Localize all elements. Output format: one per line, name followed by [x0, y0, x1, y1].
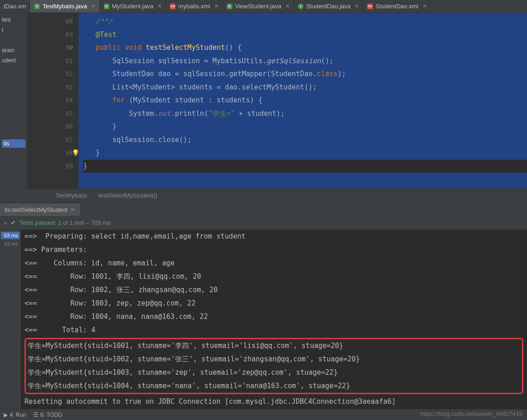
xml-icon: </> [170, 3, 176, 10]
tab-viewstudent[interactable]: C ViewStudent.java ✕ [223, 0, 294, 12]
console-line: ==> Preparing: select id,name,email,age … [24, 230, 523, 243]
console-area: 03 ms 03 ms ==> Preparing: select id,nam… [0, 230, 527, 418]
tab-studentdao-java[interactable]: I StudentDao.java ✕ [294, 0, 363, 12]
time-badge[interactable]: 03 ms [1, 240, 20, 247]
time-badge[interactable]: 03 ms [1, 232, 20, 239]
breadcrumb-method[interactable]: testSelectMyStudent() [98, 192, 157, 199]
test-status-bar: » ✔ Tests passed: 1 of 1 test – 703 ms [0, 216, 527, 230]
close-icon[interactable]: ✕ [214, 3, 218, 9]
tab-label: mybatis.xml [178, 3, 210, 10]
editor-tabs-bar: tDao.xm C TestMybatis.java ✕ C MyStudent… [0, 0, 527, 13]
close-icon[interactable]: ✕ [91, 3, 96, 9]
tab-label: StudentDao.xml [376, 3, 418, 10]
sidebar-item-selected[interactable]: tis [2, 139, 25, 148]
breadcrumb-class[interactable]: TestMybatis [55, 192, 87, 199]
console-line: 学生=MyStudent{stuid=1004, stuname='nana',… [28, 379, 520, 393]
close-icon[interactable]: ✕ [355, 3, 359, 9]
tab-label: StudentDao.java [306, 3, 351, 10]
tab-label: ViewStudent.java [235, 3, 281, 10]
list-icon: ☰ [33, 412, 38, 418]
line-number: 97 [28, 133, 73, 147]
tab-label: TestMybatis.java [42, 3, 87, 10]
sidebar-item[interactable]: lent [2, 15, 25, 25]
sidebar-item[interactable]: udent [2, 55, 25, 66]
tab-label: tDao.xm [4, 3, 26, 10]
tab-studentdao-xml[interactable]: </> StudentDao.xml ✕ [363, 0, 431, 12]
highlighted-output: 学生=MyStudent{stuid=1001, stuname='李四', s… [24, 338, 523, 394]
line-number: 91 [28, 54, 73, 68]
console-line: <== Row: 1002, 张三, zhangsan@qq,com, 20 [24, 283, 523, 297]
project-sidebar[interactable]: lent t aram udent tis [0, 13, 28, 188]
console-line: <== Columns: id, name, email, age [24, 257, 523, 270]
main-area: lent t aram udent tis 88 89 90⟳ 91 92 93… [0, 13, 527, 188]
console-line: <== Row: 1003, zep, zep@qq.com, 22 [24, 297, 523, 310]
run-tab-test[interactable]: tis.testSelectMyStudent ✕ [0, 204, 80, 216]
lightbulb-icon[interactable]: 💡 [72, 146, 79, 160]
breadcrumb: TestMybatis › testSelectMyStudent() [0, 188, 527, 202]
tab-mystudent[interactable]: C MyStudent.java ✕ [100, 0, 166, 12]
run-test-icon[interactable]: ⟳ [69, 41, 74, 54]
console-line: ==> Parameters: [24, 243, 523, 257]
close-icon[interactable]: ✕ [285, 3, 290, 9]
console-line: 学生=MyStudent{stuid=1001, stuname='李四', s… [28, 339, 520, 353]
line-number: 92 [28, 67, 73, 81]
console-line: <== Row: 1004, nana, nana@163.com, 22 [24, 310, 523, 324]
line-number: 96 [28, 120, 73, 133]
test-tree-side[interactable]: 03 ms 03 ms [0, 230, 21, 418]
line-number: 89 [28, 28, 73, 42]
expand-icon[interactable]: » [4, 219, 7, 226]
run-tab-label: tis.testSelectMyStudent [5, 206, 67, 213]
line-gutter: 88 89 90⟳ 91 92 93 94 95 96 97 98 99 [28, 13, 79, 188]
run-tabs: tis.testSelectMyStudent ✕ [0, 202, 527, 216]
code-content[interactable]: /**/ @Test public void testSelectMyStude… [79, 13, 527, 188]
play-icon: ▶ [4, 412, 8, 418]
code-editor[interactable]: 88 89 90⟳ 91 92 93 94 95 96 97 98 99 /**… [28, 13, 527, 188]
java-class-icon: C [103, 3, 110, 10]
sidebar-item[interactable]: aram [2, 45, 25, 55]
chevron-right-icon: › [92, 192, 94, 199]
close-icon[interactable]: ✕ [157, 3, 162, 9]
line-number: 93 [28, 81, 73, 94]
console-output[interactable]: ==> Preparing: select id,name,email,age … [21, 230, 527, 418]
close-icon[interactable]: ✕ [70, 206, 75, 213]
sidebar-item [2, 35, 25, 45]
tab-mybatis-xml[interactable]: </> mybatis.xml ✕ [166, 0, 223, 12]
close-icon[interactable]: ✕ [423, 3, 427, 9]
java-interface-icon: I [297, 3, 304, 10]
line-number: 99 [28, 160, 73, 173]
code-comment: /**/ [96, 17, 112, 25]
line-number: 90⟳ [28, 41, 73, 54]
tab-label: MyStudent.java [112, 3, 154, 10]
sidebar-item[interactable]: t [2, 25, 25, 35]
line-number: 95 [28, 107, 73, 120]
tab-tdao-xml[interactable]: tDao.xm [0, 0, 30, 12]
tab-testmybatis[interactable]: C TestMybatis.java ✕ [30, 0, 99, 12]
status-text: Tests passed: 1 of 1 test – 703 ms [19, 219, 110, 226]
java-class-icon: C [34, 3, 40, 10]
line-number: 94 [28, 94, 73, 107]
console-line: Resetting autocommit to true on JDBC Con… [24, 395, 523, 408]
code-annotation: @Test [96, 30, 116, 39]
java-class-icon: C [226, 3, 233, 10]
line-number: 98 [28, 146, 73, 160]
check-icon: ✔ [11, 219, 16, 226]
console-line: <== Row: 1001, 李四, lisi@qq.com, 20 [24, 270, 523, 283]
console-line: 学生=MyStudent{stuid=1003, stuname='zep', … [28, 366, 520, 379]
xml-icon: </> [367, 3, 373, 10]
console-line: 学生=MyStudent{stuid=1002, stuname='张三', s… [28, 353, 520, 366]
bottom-toolbar: ▶ 4: Run ☰ 6: TODO [0, 409, 527, 420]
run-tool-button[interactable]: ▶ 4: Run [4, 412, 26, 418]
todo-tool-button[interactable]: ☰ 6: TODO [33, 412, 62, 418]
line-number: 88 [28, 15, 73, 28]
console-line: <== Total: 4 [24, 324, 523, 337]
